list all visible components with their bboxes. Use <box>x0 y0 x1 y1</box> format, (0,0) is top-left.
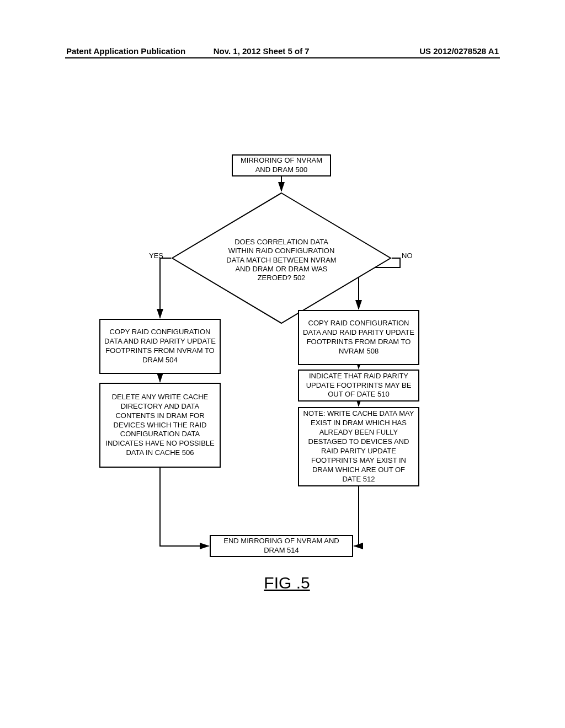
flowchart-start: MIRRORING OF NVRAM AND DRAM 500 <box>232 154 331 176</box>
header-rule <box>65 57 500 58</box>
decision-text: DOES CORRELATION DATA WITHIN RAID CONFIG… <box>226 238 337 282</box>
flowchart-box-504: COPY RAID CONFIGURATION DATA AND RAID PA… <box>99 319 221 374</box>
flowchart-box-512: NOTE: WRITE CACHE DATA MAY EXIST IN DRAM… <box>298 407 419 486</box>
flowchart-box-510: INDICATE THAT RAID PARITY UPDATE FOOTPRI… <box>298 370 419 402</box>
end-text: END MIRRORING OF NVRAM AND DRAM 514 <box>214 537 349 555</box>
header-center: Nov. 1, 2012 Sheet 5 of 7 <box>214 46 310 56</box>
header-right: US 2012/0278528 A1 <box>419 46 499 56</box>
box504-text: COPY RAID CONFIGURATION DATA AND RAID PA… <box>104 328 216 365</box>
box512-text: NOTE: WRITE CACHE DATA MAY EXIST IN DRAM… <box>302 409 415 484</box>
no-label: NO <box>402 251 413 260</box>
box508-text: COPY RAID CONFIGURATION DATA AND RAID PA… <box>302 319 415 356</box>
flowchart-end: END MIRRORING OF NVRAM AND DRAM 514 <box>210 535 353 557</box>
box506-text: DELETE ANY WRITE CACHE DIRECTORY AND DAT… <box>104 393 216 458</box>
yes-label: YES <box>149 251 163 260</box>
page-header: Patent Application Publication Nov. 1, 2… <box>0 46 565 56</box>
header-left: Patent Application Publication <box>66 46 185 56</box>
flowchart-box-508: COPY RAID CONFIGURATION DATA AND RAID PA… <box>298 310 419 365</box>
box510-text: INDICATE THAT RAID PARITY UPDATE FOOTPRI… <box>302 372 415 400</box>
flowchart-decision: DOES CORRELATION DATA WITHIN RAID CONFIG… <box>171 192 392 324</box>
flowchart-canvas: MIRRORING OF NVRAM AND DRAM 500 DOES COR… <box>99 154 475 607</box>
flowchart-box-506: DELETE ANY WRITE CACHE DIRECTORY AND DAT… <box>99 383 221 468</box>
start-text: MIRRORING OF NVRAM AND DRAM 500 <box>236 156 327 175</box>
figure-label: FIG .5 <box>264 574 310 592</box>
